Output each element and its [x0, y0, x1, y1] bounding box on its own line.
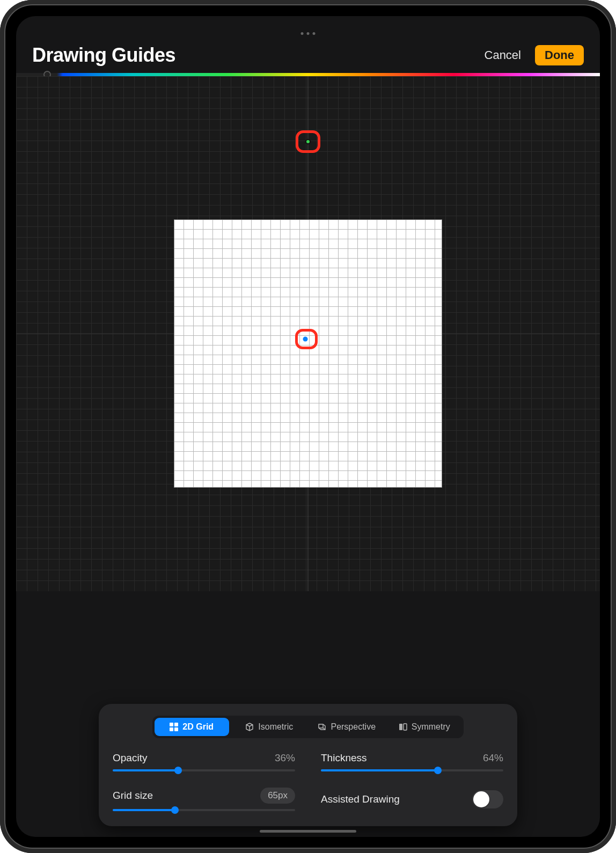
box-icon	[318, 723, 326, 731]
tab-perspective[interactable]: Perspective	[310, 718, 384, 736]
cube-icon	[245, 723, 254, 731]
svg-rect-1	[174, 723, 178, 726]
grid-size-slider-knob[interactable]	[171, 806, 179, 814]
grid-size-label: Grid size	[113, 790, 153, 801]
thickness-value: 64%	[483, 752, 503, 764]
tab-symmetry[interactable]: Symmetry	[387, 718, 462, 736]
tab-isometric[interactable]: Isometric	[232, 718, 307, 736]
guide-type-tabs: 2D Grid Isometric Perspective Symmetry	[152, 716, 464, 738]
opacity-value: 36%	[275, 752, 295, 764]
thickness-label: Thickness	[321, 752, 367, 764]
assisted-drawing-control: Assisted Drawing	[321, 788, 503, 811]
grid-size-control: Grid size 65px	[113, 788, 295, 811]
thickness-slider[interactable]	[321, 769, 503, 771]
opacity-slider-knob[interactable]	[174, 767, 182, 774]
grid-icon	[170, 723, 178, 731]
tab-label: Isometric	[258, 722, 293, 732]
grid-size-value-pill[interactable]: 65px	[260, 788, 295, 804]
more-dots-icon	[301, 32, 316, 35]
page-title: Drawing Guides	[32, 44, 175, 67]
tab-label: Perspective	[331, 722, 376, 732]
assisted-drawing-toggle[interactable]	[472, 790, 503, 808]
thickness-control: Thickness 64%	[321, 752, 503, 771]
svg-rect-5	[404, 724, 407, 730]
home-indicator[interactable]	[260, 830, 356, 833]
svg-rect-0	[170, 723, 173, 726]
screen: Drawing Guides Cancel Done 2D Gr	[16, 16, 600, 837]
ipad-frame: Drawing Guides Cancel Done 2D Gr	[0, 0, 616, 853]
tab-label: 2D Grid	[182, 722, 214, 732]
svg-rect-4	[399, 724, 402, 730]
grid-size-slider[interactable]	[113, 809, 295, 811]
svg-rect-3	[174, 727, 178, 731]
tab-2d-grid[interactable]: 2D Grid	[155, 718, 229, 736]
editor-area[interactable]	[16, 76, 600, 591]
done-button[interactable]: Done	[535, 45, 584, 65]
opacity-slider[interactable]	[113, 769, 295, 771]
tab-label: Symmetry	[412, 722, 450, 732]
opacity-control: Opacity 36%	[113, 752, 295, 771]
assisted-drawing-label: Assisted Drawing	[321, 793, 400, 805]
opacity-label: Opacity	[113, 752, 147, 764]
svg-rect-2	[170, 727, 173, 731]
grid-origin-handle[interactable]	[305, 139, 311, 144]
header: Drawing Guides Cancel Done	[16, 16, 600, 73]
cancel-button[interactable]: Cancel	[485, 48, 521, 62]
toggle-thumb	[473, 791, 489, 807]
canvas-center-handle[interactable]	[303, 336, 308, 341]
mirror-icon	[399, 723, 407, 731]
canvas[interactable]	[174, 219, 442, 488]
thickness-slider-knob[interactable]	[434, 767, 442, 774]
controls-panel: 2D Grid Isometric Perspective Symmetry	[99, 704, 517, 826]
